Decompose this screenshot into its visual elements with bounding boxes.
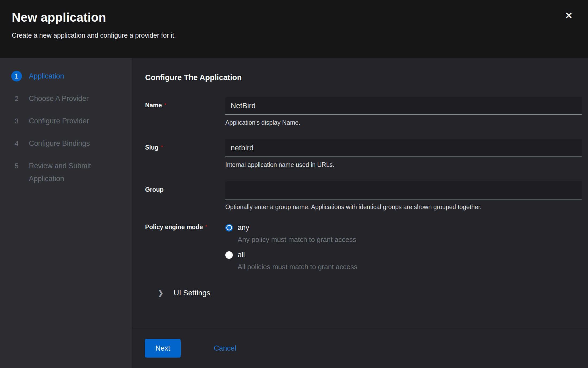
wizard-footer: Next Cancel [132, 328, 588, 368]
close-icon[interactable]: ✕ [562, 9, 575, 22]
ui-settings-expander[interactable]: ❯ UI Settings [145, 289, 582, 297]
required-asterisk: * [161, 144, 163, 150]
name-label: Name* [145, 97, 225, 126]
step-label: Review and Submit Application [29, 159, 105, 185]
cancel-link[interactable]: Cancel [214, 344, 236, 353]
policy-all-helper: All policies must match to grant access [238, 263, 582, 271]
step-item-review-and-submit[interactable]: 5 Review and Submit Application [11, 160, 126, 185]
slug-label: Slug* [145, 139, 225, 169]
group-input[interactable] [225, 181, 582, 199]
policy-option-any: any Any policy must match to grant acces… [225, 224, 582, 244]
modal-subtitle: Create a new application and configure a… [12, 32, 588, 39]
step-number: 3 [11, 116, 22, 126]
ui-settings-label: UI Settings [174, 289, 210, 297]
chevron-right-icon: ❯ [158, 289, 164, 297]
step-label: Configure Provider [29, 115, 89, 127]
group-label: Group [145, 181, 225, 211]
wizard-steps-sidebar: 1 Application 2 Choose A Provider 3 Conf… [0, 58, 132, 368]
slug-form-row: Slug* Internal application name used in … [145, 139, 582, 169]
step-label: Choose A Provider [29, 92, 89, 105]
slug-input[interactable] [225, 139, 582, 157]
step-number: 4 [11, 138, 22, 149]
step-label: Application [29, 70, 64, 83]
slug-helper-text: Internal application name used in URLs. [225, 161, 582, 169]
modal-header: New application Create a new application… [0, 0, 588, 58]
policy-all-radio[interactable] [225, 251, 233, 259]
policy-any-label[interactable]: any [238, 224, 249, 232]
application-form: Configure The Application Name* Applicat… [132, 58, 588, 328]
next-button[interactable]: Next [145, 339, 181, 358]
required-asterisk: * [205, 224, 207, 230]
policy-any-helper: Any policy must match to grant access [238, 236, 582, 244]
new-application-modal: New application Create a new application… [0, 0, 588, 368]
name-form-row: Name* Application's display Name. [145, 97, 582, 126]
step-label: Configure Bindings [29, 137, 90, 150]
group-helper-text: Optionally enter a group name. Applicati… [225, 203, 582, 211]
step-item-application[interactable]: 1 Application [11, 71, 126, 83]
policy-any-radio[interactable] [225, 224, 233, 232]
step-number: 2 [11, 93, 22, 104]
policy-all-label[interactable]: all [238, 251, 245, 259]
policy-option-all: all All policies must match to grant acc… [225, 251, 582, 271]
policy-engine-mode-label: Policy engine mode* [145, 224, 225, 271]
name-helper-text: Application's display Name. [225, 119, 582, 126]
name-input[interactable] [225, 97, 582, 115]
wizard-content: Configure The Application Name* Applicat… [132, 58, 588, 368]
form-heading: Configure The Application [145, 73, 582, 82]
step-item-configure-provider[interactable]: 3 Configure Provider [11, 116, 126, 127]
step-number: 5 [11, 160, 22, 171]
step-number-badge: 1 [11, 71, 22, 81]
modal-title: New application [12, 10, 588, 25]
step-item-choose-a-provider[interactable]: 2 Choose A Provider [11, 93, 126, 105]
step-item-configure-bindings[interactable]: 4 Configure Bindings [11, 138, 126, 150]
policy-engine-mode-row: Policy engine mode* any Any policy must … [145, 224, 582, 271]
group-form-row: Group Optionally enter a group name. App… [145, 181, 582, 211]
required-asterisk: * [164, 102, 167, 108]
